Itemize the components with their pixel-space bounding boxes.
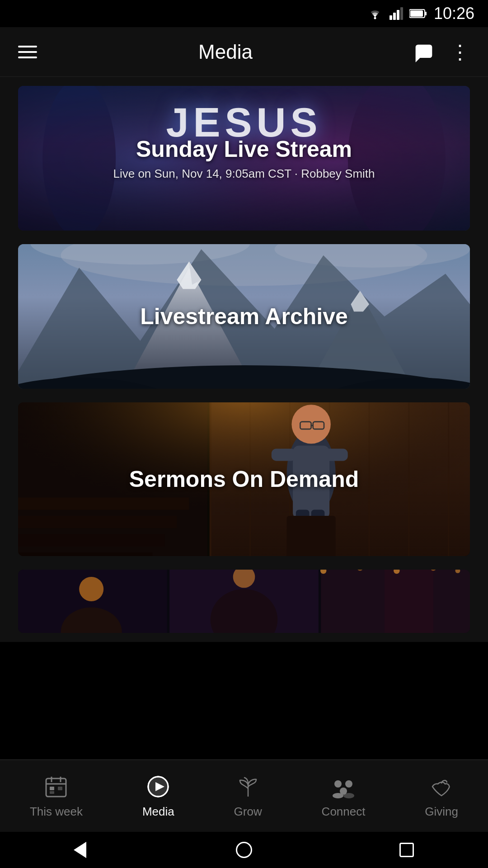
svg-rect-77 [385, 570, 433, 633]
svg-rect-4 [400, 7, 403, 20]
sunday-live-card[interactable]: JESUS Sunday Live Stream Live on Sun, No… [18, 86, 470, 231]
svg-point-94 [334, 780, 342, 788]
nav-label-media: Media [142, 805, 174, 819]
svg-rect-1 [389, 15, 392, 20]
archive-title: Livestream Archive [140, 303, 348, 330]
sunday-live-title: Sunday Live Stream [113, 136, 375, 162]
nav-label-connect: Connect [322, 805, 366, 819]
sermons-title: Sermons On Demand [129, 466, 359, 492]
svg-rect-2 [393, 13, 396, 20]
nav-label-this-week: This week [30, 805, 83, 819]
svg-point-71 [79, 577, 103, 601]
system-navigation [0, 832, 488, 868]
chat-button[interactable] [414, 43, 434, 61]
this-week-icon [42, 773, 70, 800]
livestream-archive-card[interactable]: Livestream Archive [18, 244, 470, 389]
svg-rect-66 [287, 516, 336, 556]
nav-label-grow: Grow [234, 805, 262, 819]
battery-icon [409, 8, 427, 19]
wifi-icon [367, 7, 383, 20]
sermons-on-demand-card[interactable]: Sermons On Demand [18, 402, 470, 556]
nav-item-this-week[interactable]: This week [30, 773, 83, 819]
status-time: 10:26 [434, 4, 474, 23]
media-icon [145, 773, 172, 800]
svg-rect-87 [50, 787, 54, 790]
giving-icon [428, 773, 455, 800]
header-actions: ⋮ [414, 42, 470, 62]
connect-icon [330, 773, 357, 800]
svg-rect-7 [410, 10, 423, 17]
svg-rect-53 [18, 516, 177, 528]
nav-item-grow[interactable]: Grow [234, 773, 262, 819]
grow-icon [235, 773, 262, 800]
bottom-navigation: This week Media Grow [0, 760, 488, 832]
svg-point-0 [374, 17, 376, 19]
svg-rect-89 [50, 791, 54, 794]
nav-item-giving[interactable]: Giving [425, 773, 458, 819]
page-title: Media [198, 41, 253, 63]
sunday-live-subtitle: Live on Sun, Nov 14, 9:05am CST · Robbey… [113, 167, 375, 181]
signal-icon [389, 7, 403, 20]
nav-item-connect[interactable]: Connect [322, 773, 366, 819]
main-content: JESUS Sunday Live Stream Live on Sun, No… [0, 77, 488, 642]
status-icons: 10:26 [367, 4, 474, 23]
recent-apps-button[interactable] [393, 836, 420, 863]
svg-rect-3 [397, 10, 399, 20]
partial-media-card[interactable] [18, 570, 470, 633]
svg-rect-54 [18, 534, 164, 547]
svg-rect-6 [425, 12, 427, 15]
menu-button[interactable] [18, 46, 37, 58]
app-header: Media ⋮ [0, 27, 488, 77]
svg-point-97 [333, 793, 343, 798]
back-button[interactable] [68, 836, 95, 863]
svg-point-95 [345, 780, 352, 788]
nav-label-giving: Giving [425, 805, 458, 819]
home-button[interactable] [230, 836, 258, 863]
svg-point-98 [343, 793, 354, 798]
svg-rect-55 [18, 552, 152, 556]
svg-rect-88 [58, 787, 62, 790]
nav-item-media[interactable]: Media [142, 773, 174, 819]
status-bar: 10:26 [0, 0, 488, 27]
svg-rect-83 [46, 778, 66, 797]
more-button[interactable]: ⋮ [450, 42, 470, 62]
